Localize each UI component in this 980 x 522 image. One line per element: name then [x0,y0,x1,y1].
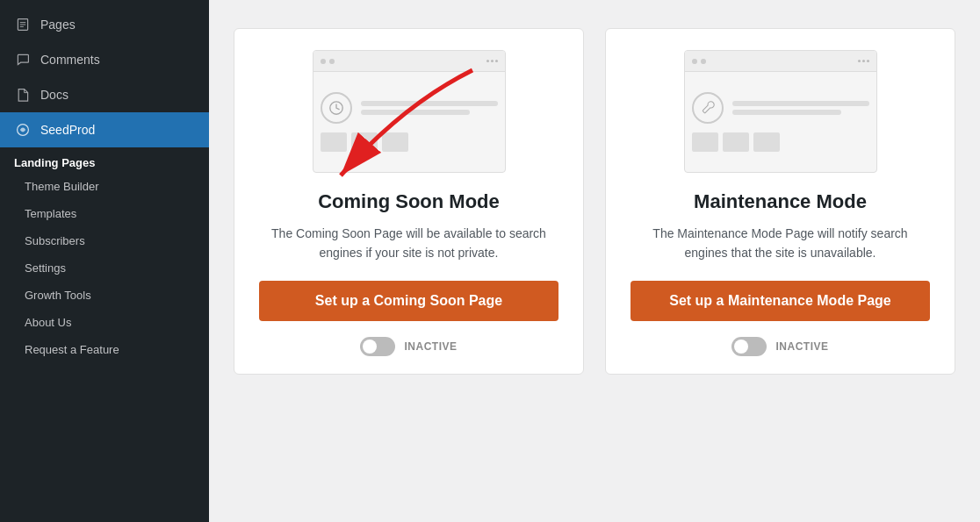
clock-preview-icon [321,92,352,124]
sidebar: Pages Comments Docs SeedProd [0,0,209,522]
sidebar-label-seedprod: SeedProd [40,123,95,137]
sidebar-sub-about-us[interactable]: About Us [0,309,209,336]
sidebar-label-docs: Docs [40,88,68,102]
sidebar-item-seedprod[interactable]: SeedProd [0,112,209,147]
coming-soon-status: INACTIVE [360,337,457,356]
preview-box-m3 [753,132,780,152]
about-us-label: About Us [25,316,71,329]
preview-line-2 [361,110,471,115]
preview-line-m2 [732,110,842,115]
preview-lines-m [732,101,869,115]
preview-dot-m1 [692,59,697,64]
preview-box-1 [321,132,347,152]
coming-soon-preview [313,50,506,173]
preview-box-m1 [692,132,718,152]
preview-boxes-coming-soon [321,132,408,152]
preview-body-maintenance [685,72,876,172]
coming-soon-title: Coming Soon Mode [318,190,500,213]
comments-icon [14,51,32,68]
landing-pages-label: Landing Pages [14,156,95,169]
preview-dot-1 [321,59,326,64]
coming-soon-toggle[interactable] [360,337,395,356]
preview-body-coming-soon [313,72,505,172]
coming-soon-description: The Coming Soon Page will be available t… [259,224,558,263]
sidebar-sub-subscribers[interactable]: Subscribers [0,227,209,254]
wrench-preview-icon [692,92,724,124]
request-feature-label: Request a Feature [25,343,119,356]
coming-soon-button[interactable]: Set up a Coming Soon Page [259,281,558,321]
preview-box-m2 [723,132,749,152]
sidebar-label-comments: Comments [40,53,100,67]
cards-container: Coming Soon Mode The Coming Soon Page wi… [234,28,955,375]
sidebar-sub-settings[interactable]: Settings [0,254,209,282]
docs-icon [14,86,32,104]
sidebar-label-pages: Pages [40,18,76,32]
coming-soon-status-label: INACTIVE [404,340,457,353]
sidebar-item-docs[interactable]: Docs [0,77,209,112]
templates-label: Templates [25,207,76,220]
maintenance-description: The Maintenance Mode Page will notify se… [631,224,930,263]
maintenance-toggle[interactable] [731,337,767,356]
preview-boxes-maintenance [692,132,780,152]
main-content: Coming Soon Mode The Coming Soon Page wi… [209,0,980,522]
maintenance-status: INACTIVE [731,337,828,356]
preview-line-1 [361,101,498,106]
sidebar-sub-growth-tools[interactable]: Growth Tools [0,282,209,309]
preview-icon-area-m [692,92,869,152]
sidebar-sub-templates[interactable]: Templates [0,200,209,227]
preview-line-m1 [732,101,869,106]
preview-dot-2 [329,59,335,64]
preview-lines [361,101,498,115]
sidebar-item-comments[interactable]: Comments [0,42,209,77]
preview-top-row-m [692,92,869,124]
maintenance-status-label: INACTIVE [775,340,828,353]
preview-dot-m2 [701,59,706,64]
theme-builder-label: Theme Builder [25,180,99,193]
growth-tools-label: Growth Tools [25,289,91,302]
preview-bar-coming-soon [313,51,505,72]
preview-dots-right-m [858,60,869,62]
maintenance-title: Maintenance Mode [694,190,867,213]
landing-pages-section[interactable]: Landing Pages [0,147,209,173]
maintenance-mode-card: Maintenance Mode The Maintenance Mode Pa… [605,28,955,375]
sidebar-item-pages[interactable]: Pages [0,7,209,42]
seedprod-icon [14,121,32,139]
sidebar-sub-theme-builder[interactable]: Theme Builder [0,173,209,200]
preview-icon-area [321,92,498,152]
preview-box-2 [351,132,378,152]
preview-box-3 [382,132,408,152]
settings-label: Settings [25,261,66,275]
preview-top-row [321,92,498,124]
pages-icon [14,16,32,33]
preview-bar-maintenance [685,51,876,72]
maintenance-preview [684,50,877,173]
subscribers-label: Subscribers [25,234,85,247]
preview-dots-right [486,60,498,62]
coming-soon-card: Coming Soon Mode The Coming Soon Page wi… [234,28,584,375]
sidebar-sub-request-feature[interactable]: Request a Feature [0,336,209,363]
maintenance-button[interactable]: Set up a Maintenance Mode Page [631,281,930,321]
